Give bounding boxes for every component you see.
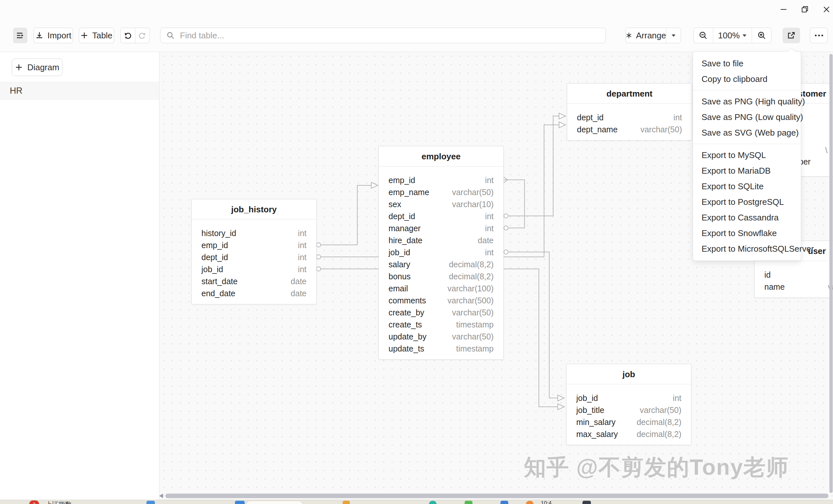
field-name: emp_name <box>388 186 429 198</box>
table-field-row[interactable]: emailvarchar(100) <box>379 282 503 295</box>
add-diagram-button[interactable]: Diagram <box>12 58 63 76</box>
table-search-field[interactable] <box>160 28 606 43</box>
table-field-row[interactable]: job_idint <box>379 247 503 258</box>
close-button[interactable] <box>819 3 833 16</box>
table-field-row[interactable]: min_salarydecimal(8,2) <box>567 416 691 428</box>
menu-item-save-as-svg-web-page-[interactable]: Save as SVG (Web page) <box>693 125 801 141</box>
zoom-level-value: 100% <box>718 30 740 41</box>
zoom-out-icon <box>698 31 708 40</box>
taskbar-search-pill[interactable] <box>246 501 303 504</box>
menu-item-save-as-png-low-quality-[interactable]: Save as PNG (Low quality) <box>693 109 801 125</box>
add-table-button[interactable]: Table <box>79 28 114 43</box>
import-button[interactable]: Import <box>33 28 73 43</box>
table-field-row[interactable]: dept_idint <box>567 111 692 124</box>
taskbar-app-icon-7[interactable] <box>582 501 591 504</box>
menu-divider <box>693 90 801 91</box>
minimize-button[interactable] <box>777 3 791 16</box>
table-body: emp_idintemp_namevarchar(50)sexvarchar(1… <box>379 167 503 359</box>
taskbar-app-icon-2[interactable] <box>343 501 350 504</box>
taskbar-app-icon-1[interactable] <box>235 501 245 504</box>
minimize-icon <box>779 5 788 14</box>
table-field-row[interactable]: salarydecimal(8,2) <box>379 258 503 271</box>
table-field-row[interactable]: dept_namevarchar(50) <box>567 124 692 135</box>
undo-button[interactable] <box>121 28 135 43</box>
table-field-row[interactable]: hire_datedate <box>379 234 503 247</box>
field-name: end_date <box>201 287 235 300</box>
taskbar-app-icon-4[interactable] <box>465 501 473 504</box>
table-field-row[interactable]: dept_idint <box>379 210 503 222</box>
zoom-in-button[interactable] <box>752 28 771 43</box>
field-type: decimal(8,2) <box>449 258 494 271</box>
plus-icon <box>80 31 88 39</box>
field-type: int <box>673 392 681 404</box>
taskbar-app-icon-5[interactable] <box>500 501 508 504</box>
table-field-row[interactable]: managerint <box>379 222 503 234</box>
menu-item-save-as-png-high-quality-[interactable]: Save as PNG (High quality) <box>693 94 801 109</box>
table-field-row[interactable]: job_titlevarchar(50) <box>567 404 691 416</box>
menu-item-export-to-cassandra[interactable]: Export to Cassandra <box>693 210 801 225</box>
menu-item-export-to-mysql[interactable]: Export to MySQL <box>693 147 801 163</box>
table-field-row[interactable]: idbigint <box>755 269 833 281</box>
horizontal-scrollbar[interactable] <box>165 494 829 498</box>
sidebar-toggle-button[interactable] <box>13 28 27 43</box>
menu-item-export-to-mariadb[interactable]: Export to MariaDB <box>693 163 801 178</box>
menu-item-save-to-file[interactable]: Save to file <box>693 56 801 71</box>
db-table-job_history[interactable]: job_historyhistory_idintemp_idintdept_id… <box>191 199 317 304</box>
menu-item-export-to-postgresql[interactable]: Export to PostgreSQL <box>693 194 801 210</box>
table-field-row[interactable]: end_datedate <box>192 287 316 300</box>
taskbar-app-icon-3[interactable] <box>429 501 437 504</box>
restore-button[interactable] <box>798 3 812 16</box>
table-field-row[interactable]: job_idint <box>192 263 316 275</box>
field-name: history_id <box>201 227 236 239</box>
table-field-row[interactable]: history_idint <box>192 227 316 239</box>
table-field-row[interactable]: create_tstimestamp <box>379 319 503 331</box>
table-field-row[interactable]: emp_idint <box>379 174 503 186</box>
table-field-row[interactable]: commentsvarchar(500) <box>379 295 503 307</box>
menu-item-export-to-microsoftsqlserver[interactable]: Export to MicrosoftSQLServer <box>693 241 801 256</box>
diagram-name-label: HR <box>10 86 22 96</box>
field-type: int <box>485 174 494 186</box>
taskbar-app-icon-6[interactable] <box>526 501 533 504</box>
table-field-row[interactable]: start_datedate <box>192 275 316 287</box>
taskbar-app-icon-0[interactable] <box>146 501 155 504</box>
zoom-out-button[interactable] <box>694 28 713 43</box>
zoom-level-dropdown[interactable]: 100% <box>713 28 752 43</box>
table-field-row[interactable]: emp_idint <box>192 239 316 251</box>
search-input[interactable] <box>179 30 600 41</box>
table-field-row[interactable]: job_idint <box>567 392 691 404</box>
table-field-row[interactable]: update_byvarchar(50) <box>379 331 503 343</box>
menu-item-copy-to-clipboard[interactable]: Copy to clipboard <box>693 71 801 87</box>
vertical-scrollbar[interactable] <box>829 54 833 493</box>
chevron-down-icon <box>671 33 676 37</box>
table-body: job_idintjob_titlevarchar(50)min_salaryd… <box>567 384 691 445</box>
arrange-button[interactable]: Arrange <box>626 28 666 43</box>
arrange-caret-button[interactable] <box>666 28 681 43</box>
search-icon <box>166 31 175 40</box>
db-table-department[interactable]: departmentdept_idintdept_namevarchar(50) <box>567 83 692 141</box>
windows-taskbar[interactable]: 3 上证指数 10:4 <box>0 500 833 504</box>
table-field-row[interactable]: namevarchar(50) <box>755 281 833 293</box>
field-name: bonus <box>388 271 411 282</box>
table-field-row[interactable]: dept_idint <box>192 251 316 263</box>
db-table-employee[interactable]: employeeemp_idintemp_namevarchar(50)sexv… <box>378 146 504 360</box>
menu-item-export-to-sqlite[interactable]: Export to SQLite <box>693 178 801 194</box>
more-options-button[interactable] <box>810 28 828 43</box>
export-button[interactable] <box>783 28 800 43</box>
table-field-row[interactable]: emp_namevarchar(50) <box>379 186 503 198</box>
field-name: create_by <box>388 307 424 319</box>
table-field-row[interactable]: update_tstimestamp <box>379 343 503 355</box>
field-name: dept_id <box>201 251 228 263</box>
sidebar-item-hr[interactable]: HR <box>0 82 159 100</box>
table-field-row[interactable]: bonusdecimal(8,2) <box>379 271 503 282</box>
field-type: varchar(50) <box>452 331 494 343</box>
menu-item-export-to-snowflake[interactable]: Export to Snowflake <box>693 225 801 241</box>
field-name: dept_id <box>388 210 415 222</box>
table-field-row[interactable]: create_byvarchar(50) <box>379 307 503 319</box>
field-name: name <box>764 281 785 293</box>
redo-button[interactable] <box>135 28 149 43</box>
table-field-row[interactable]: max_salarydecimal(8,2) <box>567 428 691 440</box>
hscroll-left-arrow[interactable] <box>159 494 163 498</box>
db-table-job[interactable]: jobjob_idintjob_titlevarchar(50)min_sala… <box>566 364 691 445</box>
field-type: int <box>298 239 307 251</box>
table-field-row[interactable]: sexvarchar(10) <box>379 198 503 210</box>
